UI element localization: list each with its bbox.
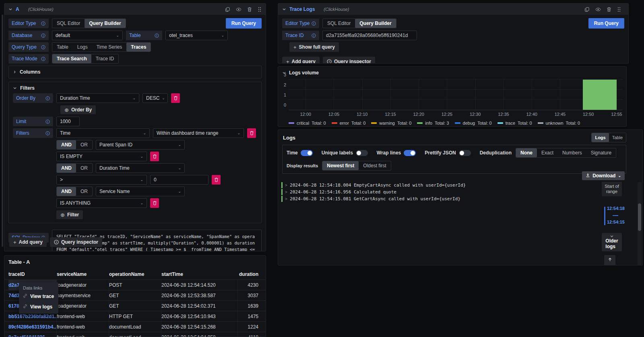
table-select[interactable]: otel_traces⌄ [165,31,228,40]
scroll-to-top-button[interactable] [604,255,615,265]
option-or[interactable]: OR [76,164,92,173]
condition-field-select[interactable]: Parent Span ID⌄ [96,140,185,150]
run-query-button[interactable]: Run Query [226,18,262,29]
option-query-builder[interactable]: Query Builder [85,19,125,28]
option-and[interactable]: AND [57,164,76,173]
column-header-duration[interactable]: duration [238,269,262,279]
columns-section[interactable]: Columns [8,66,262,78]
query-inspector-button[interactable]: Query inspector [50,237,102,247]
trace-id-link[interactable]: 9a7acf61841236... [8,332,57,337]
database-select[interactable]: default⌄ [52,31,123,40]
condition-operator-select[interactable]: IS EMPTY⌄ [56,152,147,161]
option-and[interactable]: AND [57,187,76,196]
trash-icon[interactable] [607,7,611,12]
option-sql-editor[interactable]: SQL Editor [323,19,355,28]
remove-condition-button[interactable] [150,198,159,208]
condition-field-select[interactable]: Duration Time⌄ [96,163,185,173]
filters-section-header[interactable]: Filters [13,85,257,91]
log-expand-icon[interactable]: > [285,197,287,201]
run-query-button[interactable]: Run Query [588,18,624,29]
log-expand-icon[interactable]: > [285,190,287,194]
option-exact[interactable]: Exact [537,148,558,157]
log-expand-icon[interactable]: > [285,183,287,187]
view-trace-link[interactable]: View trace [23,294,54,299]
wrap-lines-toggle[interactable] [404,150,416,156]
show-full-query-button[interactable]: +Show full query [289,42,339,52]
older-logs-button[interactable]: Olderlogs [602,233,622,251]
column-header-operationName[interactable]: operationName [109,269,161,279]
time-filter-field-select[interactable]: Time⌄ [56,128,150,138]
option-none[interactable]: None [516,148,537,157]
option-traces[interactable]: Traces [126,43,151,51]
log-row[interactable]: >2024-06-28 12:54:18.004 EmptyCartAsync … [281,182,594,189]
column-header-traceID[interactable]: traceID [8,269,57,279]
logs-volume-header[interactable]: Logs volume [278,67,626,76]
column-header-startTime[interactable]: startTime [161,269,238,279]
condition-operator-select[interactable]: >⌄ [56,175,147,185]
order-by-field-select[interactable]: Duration Time⌄ [56,93,139,103]
option-query-builder[interactable]: Query Builder [355,19,396,28]
editor-scrollbar[interactable] [2,14,3,247]
trace-id-input[interactable]: d2a7155ef6a928a05680e5ff6190241d [322,31,417,40]
eye-icon[interactable] [236,7,242,12]
remove-order-by-button[interactable] [171,93,180,103]
query-inspector-button[interactable]: Query inspector [323,57,375,64]
duplicate-icon[interactable] [225,7,230,12]
info-icon [41,21,45,26]
time-toggle[interactable] [301,150,313,156]
legend-item-error[interactable]: errorTotal: 0 [332,121,366,125]
download-button[interactable]: Download ⌄ [582,171,625,180]
drag-handle-icon[interactable] [258,7,262,12]
logs-scrollbar[interactable] [638,182,642,265]
log-row[interactable]: >2024-06-28 12:54:15.081 GetCartAsync ca… [281,195,594,202]
x-axis-tick: 12:40 [526,112,537,117]
option-table[interactable]: Table [609,133,626,142]
option-or[interactable]: OR [76,140,92,149]
remove-filter-button[interactable] [247,128,256,138]
add-query-button[interactable]: +Add query [9,237,47,247]
add-filter-button[interactable]: ⊕Filter [56,210,83,219]
time-filter-operator-select[interactable]: Within dashboard time range⌄ [153,128,244,138]
remove-condition-button[interactable] [212,175,221,185]
collapse-icon[interactable] [8,7,12,11]
option-and[interactable]: AND [57,140,76,149]
collapse-icon[interactable] [282,7,286,11]
view-logs-link[interactable]: View logs [23,304,54,310]
column-header-serviceName[interactable]: serviceName [57,269,109,279]
remove-condition-button[interactable] [150,152,159,161]
trace-id-link[interactable]: 89cf4286e631591b4... [8,322,57,332]
trash-icon[interactable] [247,7,252,12]
option-logs[interactable]: Logs [592,133,609,142]
unique-labels-toggle[interactable] [356,150,368,156]
limit-input[interactable]: 1000 [56,117,80,126]
eye-icon[interactable] [595,7,601,12]
option-time-series[interactable]: Time Series [92,43,127,51]
condition-field-select[interactable]: Service Name⌄ [96,187,185,196]
legend-item-critical[interactable]: criticalTotal: 0 [289,121,326,125]
legend-item-debug[interactable]: debugTotal: 0 [455,121,492,125]
option-trace-id[interactable]: Trace ID [91,54,119,63]
option-or[interactable]: OR [76,187,92,196]
drag-handle-icon[interactable] [617,7,621,12]
option-sql-editor[interactable]: SQL Editor [52,19,85,28]
prettify-json-toggle[interactable] [459,150,471,156]
option-logs[interactable]: Logs [73,43,92,51]
condition-operator-select[interactable]: IS ANYTHING⌄ [56,198,147,208]
option-signature[interactable]: Signature [586,148,616,157]
add-query-button[interactable]: +Add query [282,57,320,64]
log-row[interactable]: >2024-06-28 12:54:16.956 Calculated quot… [281,189,594,195]
legend-item-trace[interactable]: traceTotal: 0 [497,121,532,125]
logs-scrollbar-thumb[interactable] [638,203,641,231]
legend-item-warning[interactable]: warningTotal: 0 [371,121,411,125]
table-cell: 2024-06-28 12:54:04.958 [161,332,238,337]
add-order-by-button[interactable]: ⊕Order By [60,105,96,114]
duplicate-icon[interactable] [584,7,590,12]
condition-value-input[interactable]: 0 [150,175,208,185]
option-numbers[interactable]: Numbers [558,148,586,157]
order-by-direction-select[interactable]: DESC⌄ [142,93,168,103]
info-icon [45,96,50,101]
option-trace-search[interactable]: Trace Search [52,54,91,63]
option-table[interactable]: Table [52,43,73,51]
legend-item-info[interactable]: infoTotal: 3 [417,121,449,125]
legend-item-unknown[interactable]: unknownTotal: 0 [538,121,580,125]
